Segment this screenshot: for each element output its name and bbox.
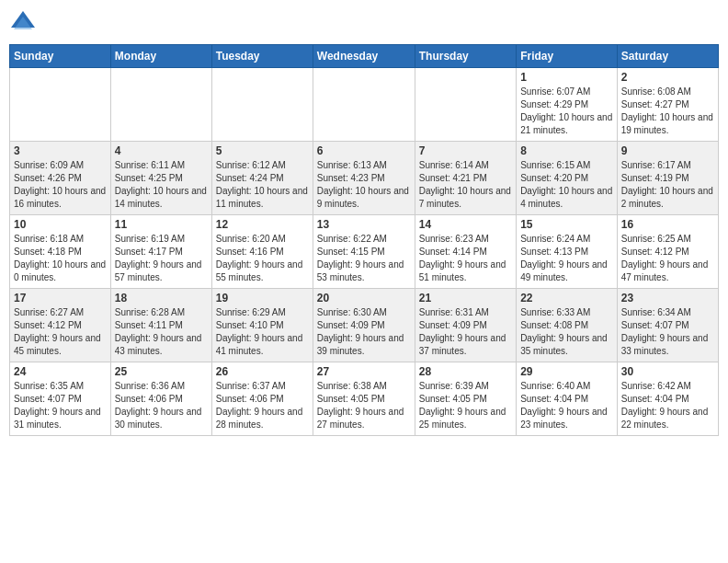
day-number: 17	[14, 292, 107, 304]
day-number: 19	[216, 292, 309, 304]
header-cell-wednesday: Wednesday	[313, 45, 415, 68]
header-row: SundayMondayTuesdayWednesdayThursdayFrid…	[10, 45, 719, 68]
day-cell: 5Sunrise: 6:12 AM Sunset: 4:24 PM Daylig…	[211, 142, 313, 215]
header-cell-thursday: Thursday	[415, 45, 516, 68]
day-number: 22	[520, 292, 613, 304]
day-info: Sunrise: 6:34 AM Sunset: 4:07 PM Dayligh…	[621, 306, 714, 358]
day-cell: 30Sunrise: 6:42 AM Sunset: 4:04 PM Dayli…	[617, 362, 718, 436]
day-number: 6	[317, 144, 411, 157]
day-info: Sunrise: 6:28 AM Sunset: 4:11 PM Dayligh…	[115, 306, 208, 358]
calendar-body: 1Sunrise: 6:07 AM Sunset: 4:29 PM Daylig…	[10, 68, 719, 436]
day-info: Sunrise: 6:39 AM Sunset: 4:05 PM Dayligh…	[419, 380, 512, 431]
day-cell: 15Sunrise: 6:24 AM Sunset: 4:13 PM Dayli…	[517, 215, 618, 289]
day-info: Sunrise: 6:07 AM Sunset: 4:29 PM Dayligh…	[520, 86, 613, 137]
day-info: Sunrise: 6:09 AM Sunset: 4:26 PM Dayligh…	[14, 159, 107, 211]
day-info: Sunrise: 6:25 AM Sunset: 4:12 PM Dayligh…	[621, 233, 714, 284]
day-info: Sunrise: 6:11 AM Sunset: 4:25 PM Dayligh…	[115, 159, 208, 211]
day-number: 13	[317, 218, 411, 231]
logo	[9, 9, 40, 37]
day-cell: 9Sunrise: 6:17 AM Sunset: 4:19 PM Daylig…	[617, 142, 718, 215]
day-cell	[110, 68, 211, 142]
day-cell: 4Sunrise: 6:11 AM Sunset: 4:25 PM Daylig…	[110, 142, 211, 215]
day-cell: 27Sunrise: 6:38 AM Sunset: 4:05 PM Dayli…	[313, 362, 415, 436]
day-info: Sunrise: 6:12 AM Sunset: 4:24 PM Dayligh…	[216, 159, 309, 211]
day-info: Sunrise: 6:27 AM Sunset: 4:12 PM Dayligh…	[14, 306, 107, 358]
day-info: Sunrise: 6:40 AM Sunset: 4:04 PM Dayligh…	[520, 380, 613, 431]
day-cell: 25Sunrise: 6:36 AM Sunset: 4:06 PM Dayli…	[110, 362, 211, 436]
day-cell: 24Sunrise: 6:35 AM Sunset: 4:07 PM Dayli…	[10, 362, 111, 436]
calendar-table: SundayMondayTuesdayWednesdayThursdayFrid…	[9, 44, 719, 436]
day-number: 7	[419, 144, 512, 157]
week-row-3: 17Sunrise: 6:27 AM Sunset: 4:12 PM Dayli…	[10, 289, 719, 362]
day-number: 27	[317, 365, 411, 378]
day-number: 18	[115, 292, 208, 304]
day-number: 14	[419, 218, 512, 231]
week-row-1: 3Sunrise: 6:09 AM Sunset: 4:26 PM Daylig…	[10, 142, 719, 215]
day-cell: 17Sunrise: 6:27 AM Sunset: 4:12 PM Dayli…	[10, 289, 111, 362]
day-cell: 6Sunrise: 6:13 AM Sunset: 4:23 PM Daylig…	[313, 142, 415, 215]
day-info: Sunrise: 6:38 AM Sunset: 4:05 PM Dayligh…	[317, 380, 411, 431]
day-cell: 21Sunrise: 6:31 AM Sunset: 4:09 PM Dayli…	[415, 289, 516, 362]
day-cell: 11Sunrise: 6:19 AM Sunset: 4:17 PM Dayli…	[110, 215, 211, 289]
day-number: 20	[317, 292, 411, 304]
day-cell: 22Sunrise: 6:33 AM Sunset: 4:08 PM Dayli…	[517, 289, 618, 362]
day-number: 12	[216, 218, 309, 231]
day-cell: 16Sunrise: 6:25 AM Sunset: 4:12 PM Dayli…	[617, 215, 718, 289]
day-cell	[313, 68, 415, 142]
header-cell-monday: Monday	[110, 45, 211, 68]
day-info: Sunrise: 6:36 AM Sunset: 4:06 PM Dayligh…	[115, 380, 208, 431]
day-cell: 7Sunrise: 6:14 AM Sunset: 4:21 PM Daylig…	[415, 142, 516, 215]
day-info: Sunrise: 6:14 AM Sunset: 4:21 PM Dayligh…	[419, 159, 512, 211]
day-number: 11	[115, 218, 208, 231]
day-info: Sunrise: 6:31 AM Sunset: 4:09 PM Dayligh…	[419, 306, 512, 358]
day-number: 30	[621, 365, 714, 378]
header-cell-friday: Friday	[517, 45, 618, 68]
day-cell: 18Sunrise: 6:28 AM Sunset: 4:11 PM Dayli…	[110, 289, 211, 362]
day-cell	[211, 68, 313, 142]
day-cell: 10Sunrise: 6:18 AM Sunset: 4:18 PM Dayli…	[10, 215, 111, 289]
day-number: 8	[520, 144, 613, 157]
page-header	[9, 9, 719, 37]
week-row-0: 1Sunrise: 6:07 AM Sunset: 4:29 PM Daylig…	[10, 68, 719, 142]
calendar-header: SundayMondayTuesdayWednesdayThursdayFrid…	[10, 45, 719, 68]
day-info: Sunrise: 6:19 AM Sunset: 4:17 PM Dayligh…	[115, 233, 208, 284]
day-info: Sunrise: 6:08 AM Sunset: 4:27 PM Dayligh…	[621, 86, 714, 137]
day-number: 3	[14, 144, 107, 157]
day-info: Sunrise: 6:22 AM Sunset: 4:15 PM Dayligh…	[317, 233, 411, 284]
day-number: 9	[621, 144, 714, 157]
day-number: 23	[621, 292, 714, 304]
day-info: Sunrise: 6:35 AM Sunset: 4:07 PM Dayligh…	[14, 380, 107, 431]
day-info: Sunrise: 6:23 AM Sunset: 4:14 PM Dayligh…	[419, 233, 512, 284]
day-cell: 13Sunrise: 6:22 AM Sunset: 4:15 PM Dayli…	[313, 215, 415, 289]
day-cell: 19Sunrise: 6:29 AM Sunset: 4:10 PM Dayli…	[211, 289, 313, 362]
header-cell-saturday: Saturday	[617, 45, 718, 68]
day-info: Sunrise: 6:37 AM Sunset: 4:06 PM Dayligh…	[216, 380, 309, 431]
day-cell: 23Sunrise: 6:34 AM Sunset: 4:07 PM Dayli…	[617, 289, 718, 362]
day-number: 25	[115, 365, 208, 378]
day-number: 16	[621, 218, 714, 231]
day-cell: 26Sunrise: 6:37 AM Sunset: 4:06 PM Dayli…	[211, 362, 313, 436]
day-cell: 12Sunrise: 6:20 AM Sunset: 4:16 PM Dayli…	[211, 215, 313, 289]
day-cell: 29Sunrise: 6:40 AM Sunset: 4:04 PM Dayli…	[517, 362, 618, 436]
week-row-4: 24Sunrise: 6:35 AM Sunset: 4:07 PM Dayli…	[10, 362, 719, 436]
day-number: 10	[14, 218, 107, 231]
day-cell: 8Sunrise: 6:15 AM Sunset: 4:20 PM Daylig…	[517, 142, 618, 215]
day-info: Sunrise: 6:20 AM Sunset: 4:16 PM Dayligh…	[216, 233, 309, 284]
week-row-2: 10Sunrise: 6:18 AM Sunset: 4:18 PM Dayli…	[10, 215, 719, 289]
day-cell: 3Sunrise: 6:09 AM Sunset: 4:26 PM Daylig…	[10, 142, 111, 215]
day-cell: 14Sunrise: 6:23 AM Sunset: 4:14 PM Dayli…	[415, 215, 516, 289]
day-info: Sunrise: 6:18 AM Sunset: 4:18 PM Dayligh…	[14, 233, 107, 284]
day-number: 1	[520, 71, 613, 84]
day-number: 29	[520, 365, 613, 378]
day-cell: 2Sunrise: 6:08 AM Sunset: 4:27 PM Daylig…	[617, 68, 718, 142]
day-number: 5	[216, 144, 309, 157]
day-cell: 28Sunrise: 6:39 AM Sunset: 4:05 PM Dayli…	[415, 362, 516, 436]
day-number: 28	[419, 365, 512, 378]
day-info: Sunrise: 6:15 AM Sunset: 4:20 PM Dayligh…	[520, 159, 613, 211]
day-info: Sunrise: 6:33 AM Sunset: 4:08 PM Dayligh…	[520, 306, 613, 358]
day-number: 4	[115, 144, 208, 157]
day-info: Sunrise: 6:30 AM Sunset: 4:09 PM Dayligh…	[317, 306, 411, 358]
day-cell: 20Sunrise: 6:30 AM Sunset: 4:09 PM Dayli…	[313, 289, 415, 362]
logo-icon	[9, 9, 37, 37]
day-cell	[10, 68, 111, 142]
